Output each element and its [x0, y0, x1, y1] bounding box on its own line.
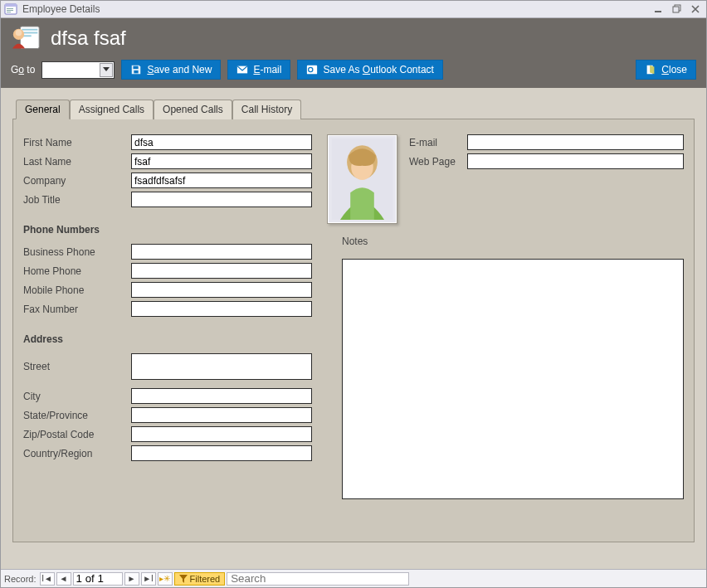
- svg-rect-1: [5, 4, 17, 7]
- fax-number-label: Fax Number: [23, 304, 131, 315]
- tab-call-history[interactable]: Call History: [232, 100, 301, 119]
- notes-label: Notes: [342, 236, 684, 247]
- phone-section-heading: Phone Numbers: [23, 224, 312, 236]
- first-name-input[interactable]: [131, 134, 312, 150]
- close-window-button[interactable]: [688, 3, 703, 15]
- svg-rect-4: [7, 12, 11, 12]
- search-box[interactable]: [227, 572, 409, 586]
- goto-label: Go to: [11, 64, 35, 75]
- svg-rect-5: [655, 11, 661, 12]
- first-record-button[interactable]: I◄: [40, 572, 55, 586]
- chevron-down-icon[interactable]: [100, 63, 113, 77]
- mobile-phone-label: Mobile Phone: [23, 284, 131, 296]
- email-button[interactable]: E-mail: [227, 60, 290, 80]
- svg-rect-9: [22, 29, 37, 31]
- home-phone-label: Home Phone: [23, 265, 131, 277]
- tab-strip: General Assigned Calls Opened Calls Call…: [12, 100, 695, 119]
- svg-rect-2: [7, 8, 13, 9]
- form-icon: [4, 2, 17, 16]
- contact-card-icon: [11, 25, 42, 51]
- record-navigator: Record: I◄ ◄ ► ►I ▸✳ Filtered: [1, 569, 706, 587]
- close-button[interactable]: Close: [636, 60, 696, 80]
- form-header: dfsa fsaf Go to Save and New E-mail Save…: [1, 18, 706, 88]
- zip-label: Zip/Postal Code: [23, 429, 131, 440]
- first-name-label: First Name: [23, 137, 131, 148]
- job-title-label: Job Title: [23, 194, 131, 206]
- home-phone-input[interactable]: [131, 263, 312, 279]
- filter-label: Filtered: [190, 574, 221, 584]
- door-icon: [645, 64, 656, 75]
- save-and-new-button[interactable]: Save and New: [121, 60, 221, 80]
- tab-general-body: First Name Last Name Company Job Title P…: [12, 119, 695, 542]
- contact-photo[interactable]: [327, 134, 397, 224]
- company-label: Company: [23, 175, 131, 187]
- goto-combobox[interactable]: [41, 61, 115, 79]
- contact-name-heading: dfsa fsaf: [51, 27, 126, 50]
- record-label: Record:: [4, 574, 37, 584]
- save-as-outlook-button[interactable]: Save As Outlook Contact: [297, 60, 442, 80]
- tab-assigned-calls[interactable]: Assigned Calls: [70, 100, 154, 119]
- tab-opened-calls[interactable]: Opened Calls: [154, 100, 232, 119]
- new-record-button[interactable]: ▸✳: [158, 572, 173, 586]
- street-input[interactable]: [131, 353, 312, 380]
- street-label: Street: [23, 361, 131, 372]
- webpage-input[interactable]: [467, 153, 684, 169]
- next-record-button[interactable]: ►: [124, 572, 139, 586]
- svg-rect-14: [134, 66, 139, 70]
- svg-rect-3: [7, 10, 13, 11]
- state-input[interactable]: [131, 407, 312, 423]
- business-phone-label: Business Phone: [23, 246, 131, 258]
- person-placeholder-icon: [331, 138, 393, 220]
- zip-input[interactable]: [131, 426, 312, 442]
- email-input[interactable]: [467, 134, 684, 150]
- address-section-heading: Address: [23, 333, 312, 345]
- country-label: Country/Region: [23, 448, 131, 459]
- save-icon: [130, 64, 142, 75]
- filter-badge[interactable]: Filtered: [174, 572, 226, 586]
- business-phone-input[interactable]: [131, 244, 312, 260]
- window-title: Employee Details: [22, 3, 100, 15]
- country-input[interactable]: [131, 445, 312, 461]
- mobile-phone-input[interactable]: [131, 282, 312, 298]
- last-name-label: Last Name: [23, 156, 131, 168]
- svg-point-13: [16, 30, 22, 36]
- tab-general[interactable]: General: [16, 100, 70, 119]
- city-input[interactable]: [131, 388, 312, 404]
- state-label: State/Province: [23, 410, 131, 421]
- minimize-button[interactable]: [651, 3, 666, 15]
- job-title-input[interactable]: [131, 192, 312, 207]
- filter-icon: [179, 575, 188, 583]
- restore-button[interactable]: [670, 3, 685, 15]
- work-area: General Assigned Calls Opened Calls Call…: [1, 88, 706, 569]
- svg-rect-7: [673, 7, 679, 12]
- record-position-box[interactable]: [73, 572, 123, 586]
- last-record-button[interactable]: ►I: [141, 572, 156, 586]
- prev-record-button[interactable]: ◄: [56, 572, 71, 586]
- city-label: City: [23, 391, 131, 402]
- fax-number-input[interactable]: [131, 301, 312, 317]
- mail-icon: [236, 64, 248, 75]
- company-input[interactable]: [131, 173, 312, 188]
- svg-rect-15: [134, 70, 139, 74]
- svg-rect-10: [22, 32, 37, 34]
- email-label: E-mail: [409, 137, 467, 148]
- webpage-label: Web Page: [409, 156, 467, 168]
- notes-textarea[interactable]: [342, 259, 684, 499]
- last-name-input[interactable]: [131, 153, 312, 169]
- titlebar: Employee Details: [1, 1, 706, 18]
- outlook-icon: [306, 64, 318, 75]
